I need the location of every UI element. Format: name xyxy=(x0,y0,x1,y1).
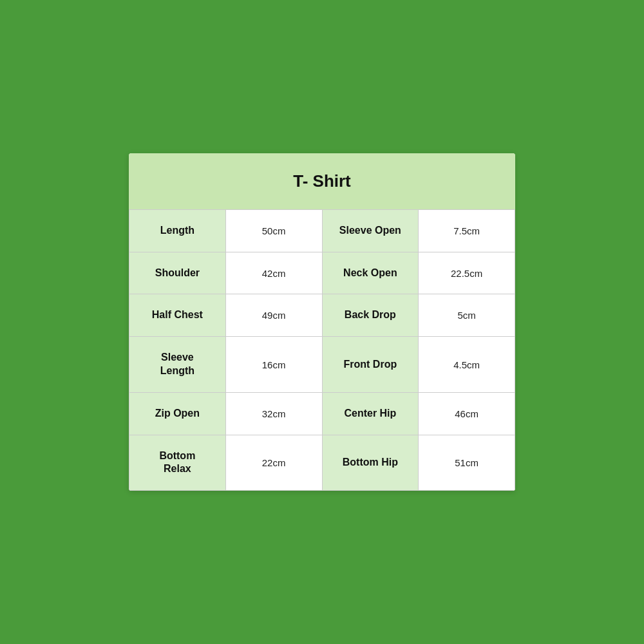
value-cell-2-2: 5cm xyxy=(419,294,515,337)
table-row: Sleeve Length16cmFront Drop4.5cm xyxy=(129,337,515,393)
label-cell-3-2: Front Drop xyxy=(322,337,419,393)
table-row: Zip Open32cmCenter Hip46cm xyxy=(129,392,515,435)
label-cell-2-2: Back Drop xyxy=(322,294,419,337)
label-cell-2-1: Half Chest xyxy=(129,294,226,337)
table-row: Length50cmSleeve Open7.5cm xyxy=(129,209,515,252)
label-cell-5-1: Bottom Relax xyxy=(129,435,226,491)
value-cell-3-1: 16cm xyxy=(225,337,322,393)
label-cell-0-2: Sleeve Open xyxy=(322,209,419,252)
value-cell-4-1: 32cm xyxy=(225,392,322,435)
value-cell-5-2: 51cm xyxy=(419,435,515,491)
value-cell-5-1: 22cm xyxy=(225,435,322,491)
value-cell-0-2: 7.5cm xyxy=(419,209,515,252)
value-cell-4-2: 46cm xyxy=(419,392,515,435)
table-row: Half Chest49cmBack Drop5cm xyxy=(129,294,515,337)
value-cell-3-2: 4.5cm xyxy=(419,337,515,393)
label-cell-5-2: Bottom Hip xyxy=(322,435,419,491)
table-row: Shoulder42cmNeck Open22.5cm xyxy=(129,252,515,294)
label-cell-1-2: Neck Open xyxy=(322,252,419,294)
table-title: T- Shirt xyxy=(129,153,515,209)
value-cell-1-2: 22.5cm xyxy=(419,252,515,294)
label-cell-4-1: Zip Open xyxy=(129,392,226,435)
label-cell-1-1: Shoulder xyxy=(129,252,226,294)
value-cell-1-1: 42cm xyxy=(225,252,322,294)
size-table: Length50cmSleeve Open7.5cmShoulder42cmNe… xyxy=(129,209,515,491)
label-cell-3-1: Sleeve Length xyxy=(129,337,226,393)
label-cell-0-1: Length xyxy=(129,209,226,252)
size-chart-container: T- Shirt Length50cmSleeve Open7.5cmShoul… xyxy=(129,153,515,491)
table-row: Bottom Relax22cmBottom Hip51cm xyxy=(129,435,515,491)
value-cell-0-1: 50cm xyxy=(225,209,322,252)
value-cell-2-1: 49cm xyxy=(225,294,322,337)
label-cell-4-2: Center Hip xyxy=(322,392,419,435)
